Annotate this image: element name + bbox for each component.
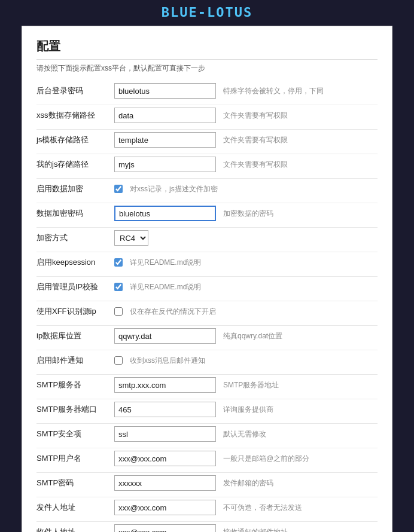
field-input-3[interactable]	[114, 157, 216, 172]
field-input-13[interactable]	[114, 402, 216, 417]
checkbox-wrapper-4	[114, 185, 123, 193]
field-checkbox-8[interactable]	[114, 283, 123, 291]
form-row: xss数据存储路径文件夹需要有写权限	[36, 106, 378, 124]
field-input-12[interactable]	[114, 377, 216, 393]
field-hint-9: 仅在存在反代的情况下开启	[130, 307, 378, 317]
field-hint-13: 详询服务提供商	[223, 405, 378, 415]
field-label-8: 启用管理员IP校验	[36, 282, 114, 292]
field-label-9: 使用XFF识别源ip	[36, 306, 114, 317]
field-label-13: SMTP服务器端口	[36, 404, 114, 415]
field-input-14[interactable]	[114, 426, 216, 442]
field-label-1: xss数据存储路径	[36, 110, 114, 121]
field-hint-10: 纯真qqwry.dat位置	[223, 331, 378, 341]
form-row: 发件人地址不可伪造，否者无法发送	[36, 499, 378, 516]
form-row: 收件人地址接收通知的邮件地址	[36, 523, 378, 532]
form-row: SMTP服务器端口详询服务提供商	[36, 400, 378, 418]
form-row: 后台登录密码特殊字符会被转义，停用，下同	[36, 82, 378, 100]
form-row: ip数据库位置纯真qqwry.dat位置	[36, 327, 378, 345]
form-row: js模板存储路径文件夹需要有写权限	[36, 131, 378, 149]
form-row: 使用XFF识别源ip仅在存在反代的情况下开启	[36, 302, 378, 320]
card-title: 配置	[36, 38, 378, 60]
field-label-17: 发件人地址	[36, 502, 114, 513]
form-row: 启用邮件通知收到xss消息后邮件通知	[36, 351, 378, 369]
form-row: SMTP密码发件邮箱的密码	[36, 474, 378, 492]
form-row: 启用数据加密对xss记录，js描述文件加密	[36, 180, 378, 198]
field-hint-7: 详见README.md说明	[130, 258, 378, 268]
field-hint-16: 发件邮箱的密码	[223, 478, 378, 488]
form-row: SMTP服务器SMTP服务器地址	[36, 376, 378, 394]
card-subtitle: 请按照下面提示配置xss平台，默认配置可直接下一步	[36, 63, 378, 74]
field-hint-0: 特殊字符会被转义，停用，下同	[223, 86, 378, 96]
main-card: 配置 请按照下面提示配置xss平台，默认配置可直接下一步 后台登录密码特殊字符会…	[22, 26, 392, 532]
field-checkbox-7[interactable]	[114, 258, 123, 267]
field-label-3: 我的js存储路径	[36, 159, 114, 170]
field-label-2: js模板存储路径	[36, 134, 114, 145]
field-label-11: 启用邮件通知	[36, 355, 114, 366]
field-label-15: SMTP用户名	[36, 453, 114, 464]
field-hint-8: 详见README.md说明	[130, 282, 378, 292]
field-hint-14: 默认无需修改	[223, 429, 378, 439]
config-form: 后台登录密码特殊字符会被转义，停用，下同xss数据存储路径文件夹需要有写权限js…	[36, 82, 378, 532]
checkbox-wrapper-9	[114, 307, 123, 316]
checkbox-wrapper-11	[114, 356, 123, 365]
field-hint-11: 收到xss消息后邮件通知	[130, 356, 378, 366]
form-row: 数据加密密码加密数据的密码	[36, 204, 378, 222]
field-label-0: 后台登录密码	[36, 85, 114, 96]
field-input-1[interactable]	[114, 108, 216, 123]
form-row: 加密方式RC4	[36, 229, 378, 247]
page-header: BLUE-LOTUS	[0, 0, 414, 26]
field-hint-3: 文件夹需要有写权限	[223, 160, 378, 170]
field-hint-15: 一般只是邮箱@之前的部分	[223, 454, 378, 464]
form-row: 我的js存储路径文件夹需要有写权限	[36, 155, 378, 173]
field-checkbox-4[interactable]	[114, 185, 123, 193]
field-hint-4: 对xss记录，js描述文件加密	[130, 184, 378, 194]
field-input-5[interactable]	[114, 206, 216, 221]
field-input-18[interactable]	[114, 524, 216, 532]
field-label-10: ip数据库位置	[36, 331, 114, 341]
field-input-15[interactable]	[114, 451, 216, 466]
form-row: 启用keepsession详见README.md说明	[36, 253, 378, 271]
field-label-4: 启用数据加密	[36, 184, 114, 194]
form-row: SMTP安全项默认无需修改	[36, 425, 378, 443]
checkbox-wrapper-7	[114, 258, 123, 267]
form-row: SMTP用户名一般只是邮箱@之前的部分	[36, 450, 378, 467]
field-input-0[interactable]	[114, 83, 216, 99]
field-label-5: 数据加密密码	[36, 208, 114, 219]
field-label-12: SMTP服务器	[36, 380, 114, 390]
field-label-18: 收件人地址	[36, 527, 114, 532]
field-label-16: SMTP密码	[36, 478, 114, 488]
checkbox-wrapper-8	[114, 283, 123, 291]
field-input-17[interactable]	[114, 500, 216, 515]
field-checkbox-11[interactable]	[114, 356, 123, 365]
field-label-7: 启用keepsession	[36, 257, 114, 268]
field-hint-5: 加密数据的密码	[223, 209, 378, 219]
field-select-6[interactable]: RC4	[114, 230, 148, 246]
field-hint-17: 不可伪造，否者无法发送	[223, 503, 378, 513]
field-input-10[interactable]	[114, 328, 216, 344]
field-input-2[interactable]	[114, 132, 216, 148]
field-label-14: SMTP安全项	[36, 429, 114, 439]
field-input-16[interactable]	[114, 475, 216, 491]
field-hint-1: 文件夹需要有写权限	[223, 111, 378, 121]
field-hint-12: SMTP服务器地址	[223, 380, 378, 390]
field-hint-18: 接收通知的邮件地址	[223, 527, 378, 533]
field-checkbox-9[interactable]	[114, 307, 123, 316]
form-row: 启用管理员IP校验详见README.md说明	[36, 278, 378, 296]
field-hint-2: 文件夹需要有写权限	[223, 135, 378, 145]
field-label-6: 加密方式	[36, 233, 114, 243]
